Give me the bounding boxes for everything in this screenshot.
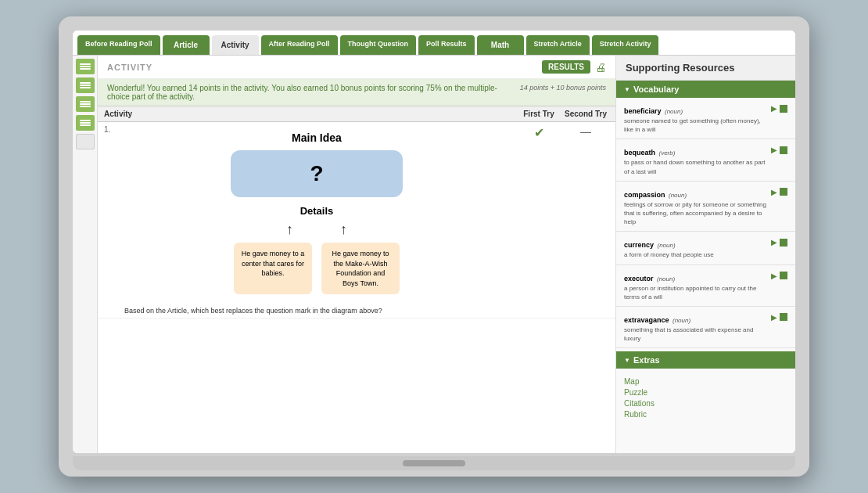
- extras-link-rubric[interactable]: Rubric: [624, 410, 787, 419]
- vocab-triangle-icon: ▼: [624, 86, 630, 93]
- status-message: Wonderful! You earned 14 points in the a…: [107, 84, 497, 101]
- tab-poll-results[interactable]: Poll Results: [418, 35, 475, 55]
- vocab-text-executor: executor (noun) a person or institution …: [624, 270, 768, 301]
- vocab-square-icon[interactable]: [780, 188, 787, 196]
- vocab-icons-compassion: ▶: [771, 188, 787, 196]
- vocab-pos: (noun): [669, 192, 687, 199]
- col-first-label: First Try: [515, 110, 562, 118]
- vocab-pos: (noun): [657, 242, 675, 249]
- vocab-pos: (noun): [665, 108, 683, 115]
- vocab-text-extravagance: extravagance (noun) something that is as…: [624, 311, 768, 343]
- vocab-item-extravagance: extravagance (noun) something that is as…: [616, 307, 795, 348]
- vocab-list: beneficiary (noun) someone named to get …: [616, 98, 795, 348]
- vocab-word-executor: executor (noun): [624, 270, 768, 284]
- vocab-word-bequeath: bequeath (verb): [624, 144, 768, 158]
- extras-link-puzzle[interactable]: Puzzle: [624, 388, 787, 397]
- vocab-item-beneficiary: beneficiary (noun) someone named to get …: [616, 98, 795, 139]
- vocab-def-executor: a person or institution appointed to car…: [624, 284, 768, 301]
- laptop-frame: Before Reading Poll Article Activity Aft…: [59, 16, 809, 477]
- vocab-pos: (noun): [657, 275, 675, 282]
- vocab-pos: (verb): [658, 149, 675, 157]
- table-row: 1. Main Idea ? Details ↑ ↑: [98, 122, 615, 318]
- vocab-item-currency: currency (noun) a form of money that peo…: [616, 232, 795, 264]
- dash-icon: —: [580, 125, 591, 138]
- vocab-icons-extravagance: ▶: [771, 313, 787, 322]
- vocab-square-icon[interactable]: [780, 272, 787, 279]
- tab-math[interactable]: Math: [477, 35, 524, 55]
- check-icon: ✔: [534, 126, 544, 139]
- extras-link-citations[interactable]: Citations: [624, 399, 787, 408]
- vocab-play-icon[interactable]: ▶: [771, 104, 777, 113]
- laptop-notch: [403, 460, 465, 466]
- activity-area: ACTIVITY RESULTS 🖨 14 points + 10 bonus …: [98, 56, 615, 453]
- points-note: 14 points + 10 bonus points: [520, 84, 606, 92]
- vocab-item-executor: executor (noun) a person or institution …: [616, 265, 795, 307]
- vocab-square-icon[interactable]: [780, 146, 787, 154]
- sidebar-icon-1[interactable]: [76, 59, 95, 74]
- extras-section-header: ▼ Extras: [616, 351, 795, 369]
- right-panel: Supporting Resources ▼ Vocabulary benefi…: [615, 56, 795, 453]
- vocab-word: compassion: [624, 191, 665, 199]
- tab-stretch-activity[interactable]: Stretch Activity: [592, 35, 659, 55]
- sidebar-icon-doc[interactable]: [76, 134, 95, 149]
- vocab-play-icon[interactable]: ▶: [771, 313, 777, 322]
- vocab-icons-currency: ▶: [771, 238, 787, 246]
- detail-box-2: He gave money to the Make-A-Wish Foundat…: [321, 243, 400, 294]
- tab-activity[interactable]: Activity: [212, 35, 259, 55]
- vocab-icons-bequeath: ▶: [771, 146, 787, 154]
- vocab-icons-beneficiary: ▶: [771, 104, 787, 113]
- vocab-text-compassion: compassion (noun) feelings of sorrow or …: [624, 186, 768, 227]
- sidebar-icon-2[interactable]: [76, 77, 95, 93]
- activity-status: 14 points + 10 bonus points Wonderful! Y…: [98, 79, 615, 106]
- vocab-square-icon[interactable]: [780, 313, 787, 321]
- col-second-label: Second Try: [562, 110, 609, 118]
- vocab-square-icon[interactable]: [780, 239, 787, 246]
- tab-stretch-article[interactable]: Stretch Article: [526, 35, 590, 55]
- vocab-item-bequeath: bequeath (verb) to pass or hand down som…: [616, 139, 795, 181]
- detail-box-1: He gave money to a center that cares for…: [234, 243, 312, 294]
- vocab-play-icon[interactable]: ▶: [771, 272, 777, 280]
- main-content: ACTIVITY RESULTS 🖨 14 points + 10 bonus …: [73, 56, 795, 453]
- vocab-text-currency: currency (noun) a form of money that peo…: [624, 236, 768, 259]
- laptop-screen: Before Reading Poll Article Activity Aft…: [73, 31, 795, 453]
- first-try-value: ✔: [515, 125, 562, 140]
- table-header: Activity First Try Second Try: [98, 106, 615, 122]
- tab-thought-question[interactable]: Thought Question: [340, 35, 416, 55]
- vocab-text-bequeath: bequeath (verb) to pass or hand down som…: [624, 144, 768, 175]
- nav-tabs: Before Reading Poll Article Activity Aft…: [73, 31, 795, 56]
- extras-triangle-icon: ▼: [624, 357, 630, 364]
- row-diagram-content: Main Idea ? Details ↑ ↑ He gave money to…: [118, 125, 515, 315]
- supporting-resources-title: Supporting Resources: [616, 56, 795, 81]
- vocab-word-currency: currency (noun): [624, 236, 768, 250]
- sidebar-icon-4[interactable]: [76, 115, 95, 131]
- vocab-play-icon[interactable]: ▶: [771, 188, 777, 196]
- tab-after-reading-poll[interactable]: After Reading Poll: [261, 35, 338, 55]
- tab-before-reading-poll[interactable]: Before Reading Poll: [77, 35, 160, 55]
- vocab-word: executor: [624, 275, 654, 282]
- extras-link-map[interactable]: Map: [624, 377, 787, 386]
- question-mark: ?: [310, 161, 323, 186]
- vocab-word: beneficiary: [624, 107, 662, 115]
- extras-section: Map Puzzle Citations Rubric: [616, 369, 795, 427]
- vocab-def-extravagance: something that is associated with expens…: [624, 326, 768, 343]
- vocab-def-bequeath: to pass or hand down something to anothe…: [624, 158, 768, 175]
- arrows-row: ↑ ↑: [286, 221, 347, 238]
- vocab-square-icon[interactable]: [780, 105, 787, 113]
- vocab-def-currency: a form of money that people use: [624, 250, 768, 259]
- arrow-right: ↑: [340, 221, 347, 238]
- diagram: Main Idea ? Details ↑ ↑ He gave money to…: [118, 125, 515, 300]
- tab-article[interactable]: Article: [163, 35, 210, 55]
- print-icon[interactable]: 🖨: [595, 61, 606, 74]
- vocab-text-beneficiary: beneficiary (noun) someone named to get …: [624, 103, 768, 134]
- vocab-play-icon[interactable]: ▶: [771, 238, 777, 246]
- vocab-play-icon[interactable]: ▶: [771, 146, 777, 154]
- results-button[interactable]: RESULTS: [542, 60, 590, 74]
- col-activity-label: Activity: [104, 110, 515, 118]
- vocab-pos: (noun): [673, 317, 690, 324]
- vocab-def-compassion: feelings of sorrow or pity for someone o…: [624, 200, 768, 227]
- row-number: 1.: [104, 125, 118, 134]
- vocab-def-beneficiary: someone named to get something (often mo…: [624, 117, 768, 134]
- details-label: Details: [300, 205, 334, 217]
- question-mark-box[interactable]: ?: [231, 150, 403, 197]
- sidebar-icon-3[interactable]: [76, 96, 95, 112]
